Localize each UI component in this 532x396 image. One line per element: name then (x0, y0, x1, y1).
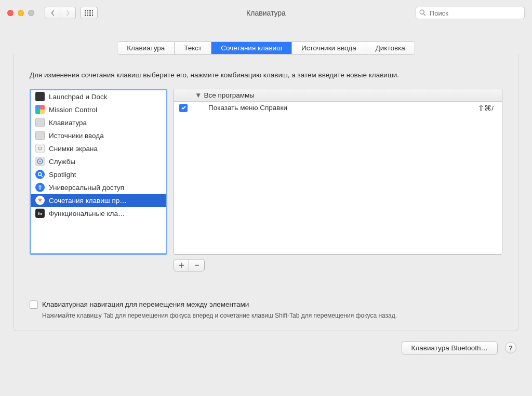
svg-line-6 (41, 175, 43, 177)
sidebar-item-input-sources[interactable]: Источники ввода (31, 129, 166, 142)
input-sources-icon (35, 131, 45, 140)
close-window-button[interactable] (7, 10, 14, 16)
svg-point-5 (38, 172, 41, 175)
svg-point-2 (38, 147, 42, 150)
sidebar-item-function-keys[interactable]: fn Функциональные кла… (31, 207, 166, 220)
disclosure-triangle-icon[interactable]: ▼ (195, 91, 202, 99)
back-button[interactable] (45, 7, 60, 19)
keyboard-navigation-row: Клавиатурная навигация для перемещения м… (30, 301, 502, 309)
sidebar-item-label: Spotlight (49, 171, 76, 179)
sidebar-item-label: Mission Control (49, 106, 97, 114)
sidebar-item-label: Источники ввода (49, 132, 104, 140)
sidebar-item-mission-control[interactable]: Mission Control (31, 103, 166, 116)
check-icon (181, 105, 187, 111)
add-remove-buttons (174, 259, 502, 271)
services-icon (35, 157, 45, 166)
minimize-window-button[interactable] (18, 10, 24, 16)
shortcut-combo[interactable]: ⇧⌘/ (478, 104, 497, 112)
tab-text[interactable]: Текст (175, 42, 211, 54)
shortcut-list[interactable]: ▼ Все программы Показать меню Справки ⇧⌘… (174, 89, 502, 255)
keyboard-icon (35, 118, 45, 127)
fn-icon: fn (35, 209, 45, 218)
sidebar-item-app-shortcuts[interactable]: Сочетания клавиш пр… (31, 194, 166, 207)
tab-input-sources[interactable]: Источники ввода (292, 42, 366, 54)
svg-point-0 (420, 10, 424, 14)
sidebar-item-label: Клавиатура (49, 119, 87, 127)
lists-row: Launchpad и Dock Mission Control Клавиат… (30, 89, 502, 255)
sidebar-item-screenshots[interactable]: Снимки экрана (31, 142, 166, 155)
add-button[interactable] (174, 259, 189, 271)
sidebar-item-label: Сочетания клавиш пр… (49, 197, 127, 204)
app-shortcuts-icon (35, 196, 45, 205)
sidebar-item-label: Универсальный доступ (49, 184, 124, 192)
help-button[interactable]: ? (505, 342, 516, 353)
grid-icon (85, 10, 93, 16)
group-header-label: Все программы (204, 91, 255, 99)
sidebar-item-keyboard[interactable]: Клавиатура (31, 116, 166, 129)
nav-buttons (45, 7, 76, 19)
plus-icon (178, 262, 184, 268)
accessibility-icon (35, 183, 45, 192)
remove-button[interactable] (189, 259, 205, 271)
preferences-window: Клавиатура Клавиатура Текст Сочетания кл… (0, 0, 532, 396)
chevron-right-icon (65, 10, 70, 16)
shortcut-enabled-checkbox[interactable] (179, 104, 188, 112)
instruction-text: Для изменения сочетания клавиш выберите … (30, 71, 502, 80)
tabs-row: Клавиатура Текст Сочетания клавиш Источн… (0, 42, 532, 54)
chevron-left-icon (50, 10, 55, 16)
sidebar-item-label: Снимки экрана (49, 145, 98, 153)
traffic-lights (7, 10, 34, 16)
keyboard-navigation-label: Клавиатурная навигация для перемещения м… (42, 301, 249, 308)
svg-point-4 (39, 161, 41, 162)
category-list[interactable]: Launchpad и Dock Mission Control Клавиат… (30, 89, 167, 255)
shortcut-label: Показать меню Справки (208, 104, 478, 112)
sidebar-item-accessibility[interactable]: Универсальный доступ (31, 181, 166, 194)
shortcut-row[interactable]: Показать меню Справки ⇧⌘/ (174, 102, 502, 114)
minus-icon (194, 262, 200, 268)
keyboard-navigation-checkbox[interactable] (30, 301, 38, 309)
sidebar-item-launchpad[interactable]: Launchpad и Dock (31, 90, 166, 103)
search-icon (419, 9, 426, 16)
sidebar-item-label: Launchpad и Dock (49, 93, 108, 101)
keyboard-navigation-description: Нажимайте клавишу Tab для перемещения фо… (42, 312, 502, 319)
svg-line-1 (423, 13, 425, 16)
forward-button[interactable] (60, 7, 76, 19)
bluetooth-keyboard-button[interactable]: Клавиатура Bluetooth… (402, 342, 498, 354)
sidebar-item-label: Функциональные кла… (49, 210, 125, 217)
sidebar-item-services[interactable]: Службы (31, 155, 166, 168)
group-header[interactable]: ▼ Все программы (174, 89, 502, 102)
footer: Клавиатура Bluetooth… ? (0, 331, 532, 354)
spotlight-icon (35, 170, 45, 179)
tab-keyboard[interactable]: Клавиатура (117, 42, 175, 54)
tabs: Клавиатура Текст Сочетания клавиш Источн… (117, 42, 415, 54)
tab-dictation[interactable]: Диктовка (366, 42, 415, 54)
titlebar: Клавиатура (0, 0, 532, 26)
sidebar-item-spotlight[interactable]: Spotlight (31, 168, 166, 181)
search-container (416, 7, 525, 19)
show-all-button[interactable] (80, 7, 98, 19)
tab-shortcuts[interactable]: Сочетания клавиш (211, 42, 292, 54)
launchpad-icon (35, 92, 45, 101)
svg-point-7 (39, 185, 41, 186)
sidebar-item-label: Службы (49, 158, 75, 166)
screenshot-icon (35, 144, 45, 153)
zoom-window-button (28, 10, 34, 16)
search-input[interactable] (416, 7, 525, 19)
panel: Для изменения сочетания клавиш выберите … (14, 54, 518, 331)
mission-control-icon (35, 105, 45, 114)
